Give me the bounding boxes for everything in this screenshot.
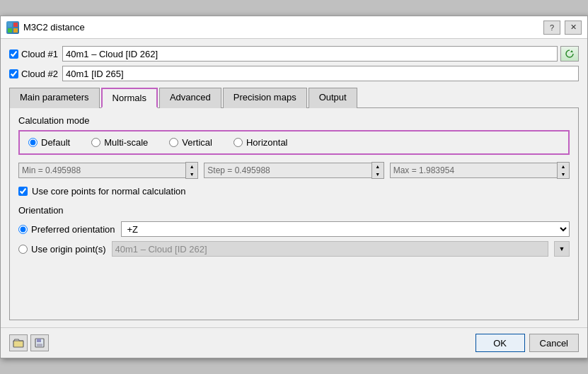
spinbox-step-arrows: ▲ ▼ — [371, 162, 384, 179]
refresh-button[interactable] — [560, 46, 579, 62]
cloud1-label: Cloud #1 — [9, 49, 62, 59]
cancel-button[interactable]: Cancel — [529, 334, 579, 352]
save-button[interactable] — [30, 334, 49, 351]
spinbox-step-up[interactable]: ▲ — [372, 163, 384, 170]
title-bar: M3C2 distance ? ✕ — [1, 16, 587, 39]
bottom-left-actions — [9, 334, 49, 351]
tab-content: Calculation mode Default Multi-scale Ver… — [9, 108, 579, 320]
radio-vertical-input[interactable] — [169, 138, 178, 147]
spinbox-step-down[interactable]: ▼ — [372, 170, 384, 178]
cloud1-checkbox[interactable] — [9, 49, 18, 59]
spinbox-max-up[interactable]: ▲ — [558, 163, 569, 170]
spinbox-min-down[interactable]: ▼ — [186, 170, 197, 178]
spinbox-max-input[interactable] — [390, 163, 557, 178]
ok-button[interactable]: OK — [475, 334, 525, 352]
spinbox-step-input[interactable] — [204, 163, 371, 178]
cloud2-input[interactable] — [62, 66, 579, 81]
title-controls: ? ✕ — [543, 21, 582, 35]
calc-mode-label: Calculation mode — [18, 115, 570, 126]
cloud2-label: Cloud #2 — [9, 69, 62, 79]
spinbox-row: ▲ ▼ ▲ ▼ ▲ ▼ — [18, 162, 570, 179]
bottom-bar: OK Cancel — [1, 327, 587, 358]
svg-rect-3 — [13, 28, 18, 33]
spinbox-min-input[interactable] — [18, 163, 185, 178]
origin-input — [112, 241, 549, 257]
cloud1-input[interactable] — [62, 46, 558, 62]
close-button[interactable]: ✕ — [565, 21, 582, 35]
bottom-right-actions: OK Cancel — [475, 334, 579, 352]
calc-mode-box: Default Multi-scale Vertical Horizontal — [18, 130, 570, 155]
cloud2-row: Cloud #2 — [9, 66, 579, 81]
preferred-radio[interactable] — [18, 225, 28, 234]
svg-rect-2 — [8, 28, 12, 33]
spinbox-max: ▲ ▼ — [390, 162, 570, 179]
svg-marker-4 — [570, 50, 573, 52]
svg-rect-5 — [13, 341, 23, 347]
spinbox-min-arrows: ▲ ▼ — [185, 162, 198, 179]
radio-default: Default — [28, 137, 70, 148]
origin-orientation-row: Use origin point(s) ▼ — [18, 241, 570, 257]
spinbox-max-down[interactable]: ▼ — [558, 170, 569, 178]
tab-normals[interactable]: Normals — [101, 88, 158, 108]
window-title: M3C2 distance — [23, 22, 543, 33]
tab-main[interactable]: Main parameters — [9, 88, 100, 108]
preferred-label: Preferred orientation — [18, 224, 115, 235]
preferred-orientation-row: Preferred orientation +Z +X +Y -X -Y -Z — [18, 221, 570, 237]
preferred-dropdown[interactable]: +Z +X +Y -X -Y -Z — [121, 221, 570, 237]
radio-vertical: Vertical — [169, 137, 212, 148]
spinbox-step: ▲ ▼ — [204, 162, 384, 179]
open-button[interactable] — [9, 334, 28, 351]
origin-dropdown-arrow: ▼ — [554, 241, 570, 257]
core-points-label: Use core points for normal calculation — [32, 186, 186, 197]
origin-radio[interactable] — [18, 245, 28, 254]
radio-default-input[interactable] — [28, 138, 38, 147]
radio-horizontal: Horizontal — [234, 137, 288, 148]
origin-label: Use origin point(s) — [18, 244, 106, 255]
svg-rect-7 — [37, 339, 41, 342]
cloud1-row: Cloud #1 — [9, 46, 579, 62]
spinbox-min-up[interactable]: ▲ — [186, 163, 197, 170]
core-points-checkbox[interactable] — [18, 187, 28, 196]
orientation-section: Orientation Preferred orientation +Z +X … — [18, 205, 570, 257]
spinbox-min: ▲ ▼ — [18, 162, 198, 179]
tab-precision[interactable]: Precision maps — [223, 88, 307, 108]
spinbox-max-arrows: ▲ ▼ — [557, 162, 570, 179]
svg-rect-8 — [37, 344, 42, 346]
main-window: M3C2 distance ? ✕ Cloud #1 — [0, 16, 588, 358]
radio-horizontal-input[interactable] — [234, 138, 243, 147]
radio-multiscale: Multi-scale — [91, 137, 148, 148]
tab-output[interactable]: Output — [309, 88, 357, 108]
tabs-bar: Main parameters Normals Advanced Precisi… — [9, 87, 579, 108]
svg-rect-1 — [13, 23, 18, 27]
tab-advanced[interactable]: Advanced — [159, 88, 221, 108]
orientation-label: Orientation — [18, 205, 570, 216]
radio-multiscale-input[interactable] — [91, 138, 100, 147]
app-icon — [6, 21, 19, 34]
help-button[interactable]: ? — [543, 21, 560, 35]
dialog-content: Cloud #1 Cloud #2 Main parameters — [1, 39, 587, 327]
core-points-row: Use core points for normal calculation — [18, 186, 570, 197]
cloud2-checkbox[interactable] — [9, 69, 18, 78]
svg-rect-0 — [8, 23, 12, 27]
